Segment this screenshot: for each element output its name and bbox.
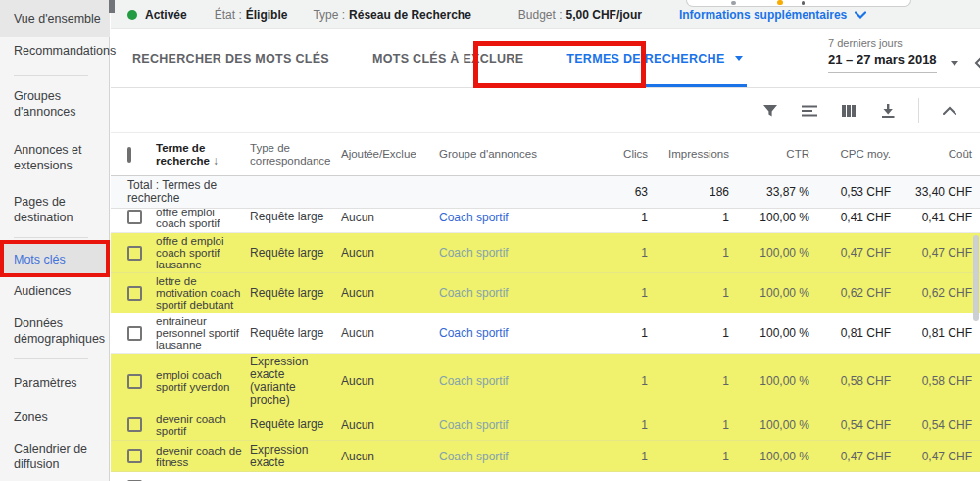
- column-header-terme-de-recherche[interactable]: Terme de recherche↓: [156, 142, 250, 168]
- sidebar-item-recommandations[interactable]: Recommandations: [0, 43, 110, 59]
- chevron-down-icon[interactable]: [951, 61, 958, 66]
- column-header-cpc-moy[interactable]: CPC moy.: [811, 148, 893, 161]
- table-row: devenir coach de fitnessExpression exact…: [111, 441, 980, 472]
- search-term: devenir coach sportif: [156, 413, 250, 437]
- table-row: emploi coach sportif yverdonExpression e…: [111, 354, 980, 409]
- sidebar-item-zones[interactable]: Zones: [0, 409, 110, 425]
- column-header-ctr[interactable]: CTR: [731, 148, 811, 161]
- sidebar-item-groupes-dannonces[interactable]: Groupes d'annonces: [0, 88, 110, 120]
- main-content: Activée État : Éligible Type : Réseau de…: [111, 0, 980, 481]
- popup-mark-icon: [731, 1, 736, 5]
- ad-group-cell: Coach sportif: [439, 211, 566, 224]
- ad-group-link[interactable]: Coach sportif: [439, 450, 566, 463]
- search-term: offre emploi coach sportif: [156, 209, 250, 229]
- checkbox-cell: [111, 210, 156, 224]
- row-checkbox[interactable]: [127, 417, 142, 432]
- match-type: Requête large: [250, 287, 341, 300]
- columns-icon[interactable]: [840, 102, 858, 120]
- column-header-ajoutee-exclue[interactable]: Ajoutée/Exclue: [341, 148, 439, 161]
- total-clicks: 63: [566, 185, 650, 199]
- column-header-type-de-correspondance[interactable]: Type de correspondance: [250, 142, 341, 168]
- segment-icon[interactable]: [801, 102, 818, 120]
- filter-icon[interactable]: [761, 102, 779, 120]
- row-checkbox[interactable]: [127, 210, 142, 224]
- impressions-value: 1: [650, 374, 731, 388]
- select-all-checkbox[interactable]: [127, 147, 131, 163]
- sidebar-divider: [14, 237, 88, 238]
- impressions-value: 1: [650, 450, 731, 463]
- ad-group-link[interactable]: Coach sportif: [439, 418, 566, 432]
- column-header-cout[interactable]: Coût: [893, 148, 980, 161]
- row-checkbox[interactable]: [127, 246, 142, 261]
- search-term: devenir coach de fitness: [156, 445, 250, 468]
- total-label: Total : Termes de recherche: [111, 179, 250, 205]
- tab-termes-de-recherche[interactable]: TERMES DE RECHERCHE: [566, 29, 742, 87]
- tab-mots-cles-a-exclure[interactable]: MOTS CLÉS À EXCLURE: [372, 29, 523, 87]
- match-type: Requête large: [250, 211, 341, 223]
- added-excluded: Aucun: [341, 418, 439, 432]
- ad-group-link[interactable]: Coach sportif: [439, 246, 566, 260]
- budget-label: Budget :: [518, 8, 563, 22]
- impressions-value: 1: [650, 326, 731, 340]
- total-avg-cpc: 0,53 CHF: [811, 185, 893, 199]
- table-body: offre emploi coach sportifRequête largeA…: [111, 209, 980, 481]
- enabled-dot-icon: [127, 10, 137, 20]
- cost-value: 0,54 CHF: [893, 418, 980, 432]
- checkbox-cell: [111, 246, 156, 261]
- sidebar-item-vue-densemble[interactable]: Vue d'ensemble: [0, 0, 110, 37]
- ad-group-link[interactable]: Coach sportif: [439, 211, 566, 224]
- column-header-groupe-dannonces[interactable]: Groupe d'annonces: [439, 148, 566, 161]
- sidebar-item-parametres[interactable]: Paramètres: [0, 375, 110, 391]
- sidebar-item-pages-de-destination[interactable]: Pages de destination: [0, 194, 110, 225]
- ctr-value: 100,00 %: [731, 211, 811, 224]
- table-row: lettre de motivation coach sportif debut…: [111, 273, 980, 313]
- ad-group-link[interactable]: Coach sportif: [439, 326, 566, 340]
- column-header-impressions[interactable]: Impressions: [650, 148, 731, 161]
- ad-group-link[interactable]: Coach sportif: [439, 286, 566, 300]
- date-range-value[interactable]: 21 – 27 mars 2018: [828, 52, 937, 73]
- impressions-value: 1: [650, 286, 731, 300]
- table-row: offre emploi coach sportifRequête largeA…: [111, 209, 980, 233]
- row-checkbox[interactable]: [127, 374, 142, 389]
- impressions-value: 1: [650, 211, 731, 224]
- sidebar: Vue d'ensemble Recommandations Groupes d…: [0, 0, 110, 481]
- avg-cpc-value: 0,47 CHF: [811, 246, 893, 260]
- toolbar-divider: [918, 98, 919, 123]
- row-checkbox[interactable]: [127, 286, 142, 301]
- ad-group-link[interactable]: Coach sportif: [439, 374, 566, 388]
- search-term: lettre de motivation coach sportif debut…: [156, 275, 250, 311]
- column-header-clics[interactable]: Clics: [566, 148, 650, 161]
- match-type: Expression exacte: [250, 444, 341, 469]
- table-row: offre d emploi coach sportif lausanneReq…: [111, 233, 980, 273]
- table-header: Terme de recherche↓ Type de correspondan…: [111, 132, 980, 176]
- search-term: offre d emploi coach sportif lausanne: [156, 235, 250, 270]
- table-row: entraineur personnel sportif lausanneReq…: [111, 313, 980, 354]
- sidebar-item-donnees-demographiques[interactable]: Données démographiques: [0, 315, 110, 347]
- type-label: Type :: [313, 8, 345, 22]
- table-row: cosch fitnessRequête largeAucunCoach spo…: [111, 472, 980, 481]
- sidebar-item-mots-cles[interactable]: Mots clés: [0, 243, 110, 275]
- sidebar-item-annonces-et-extensions[interactable]: Annonces et extensions: [0, 142, 110, 173]
- sidebar-scrollbar-thumb[interactable]: [109, 0, 115, 13]
- more-info-link[interactable]: Informations supplémentaires: [679, 8, 866, 22]
- vertical-scrollbar-thumb[interactable]: [973, 235, 979, 321]
- collapse-icon[interactable]: [941, 102, 958, 120]
- tab-rechercher-des-mots-cles[interactable]: RECHERCHER DES MOTS CLÉS: [132, 29, 329, 87]
- avg-cpc-value: 0,54 CHF: [811, 418, 893, 432]
- download-icon[interactable]: [879, 102, 897, 120]
- checkbox-cell: [111, 417, 156, 432]
- row-checkbox[interactable]: [127, 449, 142, 463]
- date-preset-label: 7 derniers jours: [828, 37, 980, 49]
- state-value: Éligible: [246, 8, 288, 22]
- table-toolbar: [111, 88, 980, 132]
- ctr-value: 100,00 %: [731, 418, 811, 432]
- sidebar-item-calendrier-de-diffusion[interactable]: Calendrier de diffusion: [0, 441, 110, 472]
- row-checkbox[interactable]: [127, 326, 142, 341]
- clicks-value: 1: [566, 450, 650, 463]
- checkbox-cell: [111, 449, 156, 463]
- cost-value: 0,81 CHF: [893, 326, 980, 340]
- previous-period-button[interactable]: [974, 56, 980, 70]
- sidebar-item-audiences[interactable]: Audiences: [0, 283, 110, 299]
- match-type: Requête large: [250, 418, 341, 431]
- checkbox-cell: [111, 326, 156, 341]
